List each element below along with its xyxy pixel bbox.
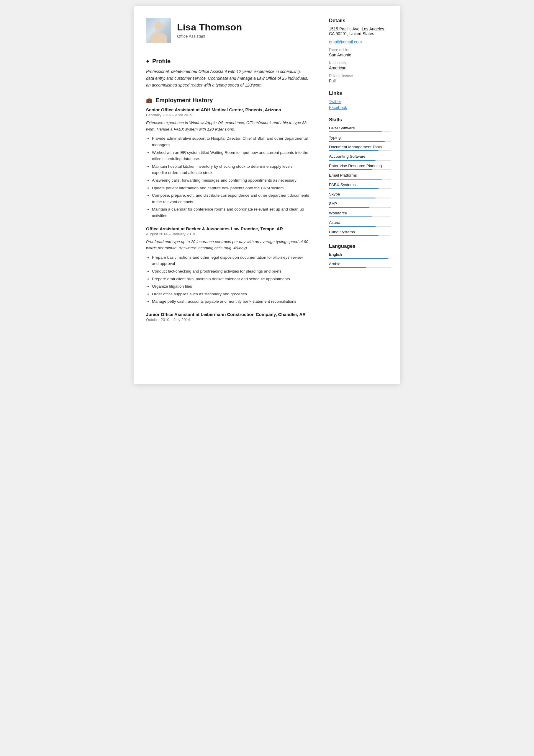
job-title-2: Office Assistant at Becker & Associates … [146,226,310,231]
skill-bar-fill [329,160,375,161]
languages-list: English Arabic [329,252,391,268]
address-value: 1515 Pacific Ave, Los Angeles, CA 90291,… [329,27,391,36]
employment-section-title: 💼 Employment History [146,97,310,104]
nationality-label: Nationality [329,61,391,65]
bullet-item: Provide administrative support to Hospit… [152,135,310,148]
job-entry-2: Office Assistant at Becker & Associates … [146,226,310,305]
skills-section: Skills CRM Software Typing Document Mana… [329,117,391,236]
skills-section-title: Skills [329,117,391,123]
skill-bar-fill [329,235,378,236]
lang-name: English [329,252,391,256]
candidate-job-title: Office Assistant [177,34,242,39]
skill-name: Workforce [329,211,391,215]
skill-bar-bg [329,216,391,217]
skill-item: PABX Systems [329,182,391,189]
header-divider [146,52,310,52]
skill-name: Filing Systems [329,230,391,234]
skill-bar-bg [329,207,391,208]
skill-item: SAP [329,202,391,208]
twitter-link[interactable]: Twitter [329,99,391,104]
nationality-value: American [329,66,391,70]
job-bullets-1: Provide administrative support to Hospit… [146,135,310,219]
skill-name: CRM Software [329,126,391,130]
skills-list: CRM Software Typing Document Management … [329,126,391,236]
address-item: 1515 Pacific Ave, Los Angeles, CA 90291,… [329,27,391,36]
skill-bar-fill [329,131,382,132]
lang-bar-bg [329,258,391,259]
skill-bar-fill [329,216,372,217]
skill-bar-bg [329,169,391,170]
details-section: Details 1515 Pacific Ave, Los Angeles, C… [329,18,391,83]
lang-bar-fill [329,267,366,268]
skill-bar-bg [329,188,391,189]
job-entry-1: Senior Office Assistant at ADH Medical C… [146,107,310,219]
bullet-item: Answering calls, forwarding messages and… [152,177,310,184]
bullet-item: Worked with an ER system titled Waiting … [152,149,310,162]
details-section-title: Details [329,18,391,24]
bullet-item: Prepare basic motions and other legal di… [152,254,310,267]
driving-value: Full [329,79,391,83]
lang-name: Arabic [329,262,391,266]
skill-item: Filing Systems [329,230,391,236]
bullet-item: Maintain a calendar for conference rooms… [152,206,310,219]
languages-section: Languages English Arabic [329,243,391,268]
driving-label: Driving license [329,74,391,78]
skill-item: CRM Software [329,126,391,132]
left-column: Lisa Thomson Office Assistant ● Profile … [134,6,320,384]
skill-bar-fill [329,198,375,199]
skill-bar-bg [329,179,391,179]
email-value: email@email.com [329,40,391,44]
bullet-item: Prepare draft client bills, maintain doc… [152,276,310,282]
bullet-item: Manage petty cash, accounts payable and … [152,298,310,305]
candidate-name: Lisa Thomson [177,22,242,33]
profile-section-title: ● Profile [146,58,310,65]
skill-bar-fill [329,150,378,151]
bullet-item: Conduct fact-checking and proofreading a… [152,268,310,275]
right-column: Details 1515 Pacific Ave, Los Angeles, C… [320,6,400,384]
facebook-link[interactable]: Facebook [329,105,391,110]
lang-bar-bg [329,267,391,268]
job-title-3: Junior Office Assistant at Leibermann Co… [146,312,310,317]
avatar-image [146,18,171,43]
skill-item: Typing [329,135,391,142]
job-dates-3: October 2010 – July 2014 [146,317,310,322]
job-dates-1: February 2016 – April 2019 [146,113,310,117]
job-desc-1: Extensive experience in Windows/Apple OS… [146,120,310,132]
header: Lisa Thomson Office Assistant [146,18,310,43]
skill-bar-bg [329,150,391,151]
skill-item: Workforce [329,211,391,217]
skill-item: Enterprise Resource Planning [329,164,391,170]
employment-section: 💼 Employment History Senior Office Assis… [146,97,310,322]
job-entry-3: Junior Office Assistant at Leibermann Co… [146,312,310,322]
job-desc-2: Proofread and type up to 20 insurance co… [146,239,310,251]
skill-item: Document Management Tools [329,145,391,151]
skill-bar-bg [329,141,391,142]
skill-item: Asana [329,220,391,227]
employment-icon: 💼 [146,97,153,104]
bullet-item: Order office supplies such as stationery… [152,291,310,297]
skill-bar-bg [329,235,391,236]
bullet-item: Compose, prepare, edit, and distribute c… [152,192,310,205]
bullet-item: Update patient information and capture n… [152,185,310,191]
header-info: Lisa Thomson Office Assistant [177,22,242,39]
profile-icon: ● [146,58,149,65]
skill-item: Skype [329,192,391,199]
skill-name: Document Management Tools [329,145,391,149]
skill-name: Email Platforms [329,173,391,177]
skill-bar-bg [329,226,391,227]
skill-bar-fill [329,141,385,142]
language-item: English [329,252,391,259]
email-item: email@email.com [329,40,391,44]
profile-section: ● Profile Professional, detail-oriented … [146,58,310,89]
bullet-item: Organize litigation files [152,283,310,290]
skill-bar-fill [329,207,369,208]
lang-bar-fill [329,258,388,259]
language-item: Arabic [329,262,391,268]
skill-bar-bg [329,131,391,132]
birth-label: Place of birth [329,48,391,52]
job-title-1: Senior Office Assistant at ADH Medical C… [146,107,310,112]
skill-name: Enterprise Resource Planning [329,164,391,168]
avatar [146,18,171,43]
links-section-title: Links [329,90,391,96]
skill-bar-bg [329,160,391,161]
